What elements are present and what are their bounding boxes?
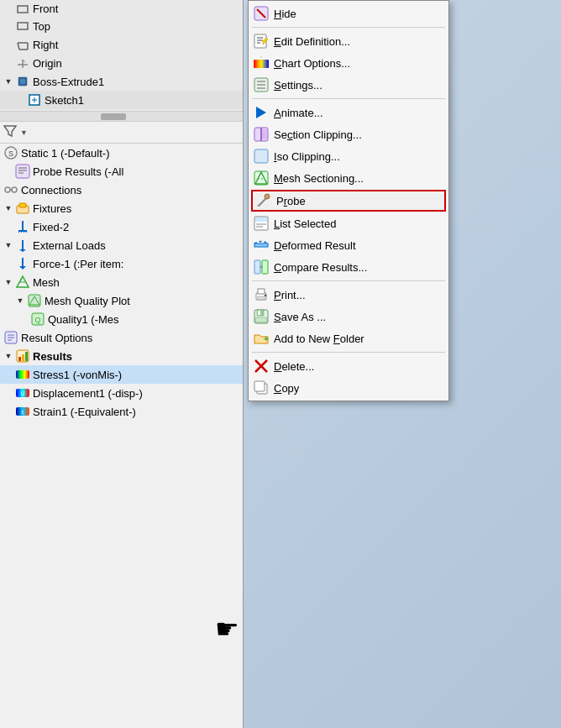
menu-item-chart-options[interactable]: Chart Options... [249, 52, 448, 74]
tree-item-displacement1[interactable]: U Displacement1 (-disp-) [0, 384, 243, 402]
tree-item-result-options[interactable]: Result Options [0, 328, 243, 347]
fixtures-icon [15, 201, 30, 216]
tree-item-boss-extrude1[interactable]: ▼ Boss-Extrude1 [0, 72, 243, 91]
tree-item-fixtures[interactable]: ▼ Fixtures [0, 199, 243, 217]
tree-item-probe-results[interactable]: Probe Results (-All [0, 162, 243, 181]
tree-panel: Front Top Right [0, 0, 244, 728]
menu-item-copy[interactable]: Copy [249, 377, 448, 399]
probe-results-icon [15, 164, 30, 179]
menu-item-section-clipping[interactable]: Section Clipping... [249, 123, 448, 145]
menu-label-edit-definition: Edit Definition... [274, 35, 350, 48]
analysis-tree: S Static 1 (-Default-) Probe Results (-A… [0, 144, 243, 421]
menu-item-list-selected[interactable]: List Selected [249, 212, 448, 234]
tree-item-quality1[interactable]: Q Quality1 (-Mes [0, 310, 243, 328]
context-menu: Hide Edit Definition... [248, 0, 449, 401]
svg-rect-102 [254, 381, 265, 391]
tree-item-connections[interactable]: Connections [0, 181, 243, 199]
tree-item-mesh[interactable]: ▼ Mesh [0, 273, 243, 291]
tree-label-probe-results: Probe Results (-All [33, 165, 123, 178]
tree-item-right[interactable]: Right [0, 35, 243, 54]
result-options-icon [3, 330, 18, 345]
tree-item-stress1[interactable]: Stress1 (-vonMis-) [0, 365, 243, 384]
scrollbar-thumb[interactable] [101, 113, 126, 120]
tree-label-top: Top [33, 20, 50, 33]
tree-item-mesh-quality-plot[interactable]: ▼ Mesh Quality Plot [0, 291, 243, 310]
menu-item-animate[interactable]: Animate... [249, 102, 448, 123]
menu-item-iso-clipping[interactable]: Iso Clipping... [249, 145, 448, 167]
svg-text:+: + [264, 334, 269, 343]
tree-label-fixtures: Fixtures [33, 202, 71, 215]
collapse-arrow-front [3, 4, 13, 14]
svg-line-2 [18, 43, 19, 50]
tree-item-front[interactable]: Front [0, 2, 243, 17]
tree-label-mesh: Mesh [33, 276, 60, 289]
menu-label-print: Print... [274, 289, 306, 301]
tree-item-static1[interactable]: S Static 1 (-Default-) [0, 144, 243, 162]
sep2 [252, 98, 445, 99]
tree-item-strain1[interactable]: ε Strain1 (-Equivalent-) [0, 402, 243, 421]
tree-item-sketch1[interactable]: Sketch1 [0, 91, 243, 109]
add-folder-icon: + [252, 329, 270, 348]
save-as-icon [252, 307, 270, 326]
tree-label-sketch1: Sketch1 [45, 94, 84, 107]
connections-icon [3, 182, 18, 197]
menu-label-add-to-new-folder: Add to New Folder [274, 333, 364, 345]
menu-item-compare-results[interactable]: Compare Results... [249, 256, 448, 278]
menu-item-save-as[interactable]: Save As ... [249, 306, 448, 327]
probe-icon [254, 191, 273, 210]
collapse-arrow-results: ▼ [3, 351, 13, 361]
svg-rect-10 [20, 79, 25, 84]
strain-icon: ε [15, 404, 30, 419]
static-icon: S [3, 145, 18, 160]
tree-item-top[interactable]: Top [0, 17, 243, 35]
menu-item-deformed-result[interactable]: Deformed Result [249, 234, 448, 256]
sep3 [252, 280, 445, 281]
svg-rect-83 [255, 217, 267, 222]
svg-rect-49 [22, 354, 24, 361]
svg-rect-1 [18, 23, 28, 29]
menu-item-delete[interactable]: Delete... [249, 355, 448, 377]
horizontal-scrollbar[interactable] [0, 112, 243, 122]
svg-rect-91 [258, 289, 265, 294]
animate-icon [252, 103, 270, 122]
menu-item-mesh-sectioning[interactable]: Mesh Sectioning... [249, 167, 448, 189]
tree-label-quality1: Quality1 (-Mes [48, 313, 119, 326]
svg-rect-88 [262, 260, 268, 274]
tree-label-static1: Static 1 (-Default-) [21, 147, 109, 160]
svg-rect-48 [18, 357, 21, 361]
tree-label-result-options: Result Options [21, 332, 92, 344]
menu-item-add-to-new-folder[interactable]: + Add to New Folder [249, 327, 448, 349]
collapse-arrow-origin [3, 58, 13, 68]
tree-label-mesh-quality-plot: Mesh Quality Plot [45, 295, 130, 307]
tree-item-force1[interactable]: Force-1 (:Per item: [0, 254, 243, 273]
menu-item-edit-definition[interactable]: Edit Definition... [249, 30, 448, 52]
svg-marker-14 [4, 126, 16, 136]
tree-item-results[interactable]: ▼ Results [0, 347, 243, 365]
tree-label-origin: Origin [33, 57, 62, 70]
filter-dropdown-arrow[interactable]: ▼ [20, 128, 28, 137]
svg-rect-93 [265, 295, 266, 296]
copy-icon [252, 379, 270, 397]
tree-label-fixed2: Fixed-2 [33, 221, 69, 233]
tree-item-fixed2[interactable]: Fixed-2 [0, 217, 243, 236]
tree-label-displacement1: Displacement1 (-disp-) [33, 387, 143, 400]
svg-rect-0 [18, 6, 28, 13]
sep4 [252, 352, 445, 353]
sep1 [252, 27, 445, 28]
menu-label-chart-options: Chart Options... [274, 57, 350, 70]
mesh-icon [15, 275, 30, 290]
mesh-quality-icon [27, 293, 42, 308]
tree-item-external-loads[interactable]: ▼ External Loads [0, 236, 243, 254]
menu-item-settings[interactable]: Settings... [249, 74, 448, 96]
collapse-arrow-fixtures: ▼ [3, 203, 13, 213]
sketch-icon [27, 92, 42, 107]
iso-clipping-icon [252, 147, 270, 165]
menu-label-deformed-result: Deformed Result [274, 239, 356, 252]
menu-item-print[interactable]: Print... [249, 284, 448, 306]
quality-icon: Q [30, 312, 45, 327]
tree-label-front: Front [33, 3, 58, 15]
menu-item-probe[interactable]: Probe [251, 190, 446, 212]
tree-item-origin[interactable]: Origin [0, 54, 243, 72]
menu-item-hide[interactable]: Hide [249, 3, 448, 24]
svg-text:U: U [20, 390, 24, 396]
